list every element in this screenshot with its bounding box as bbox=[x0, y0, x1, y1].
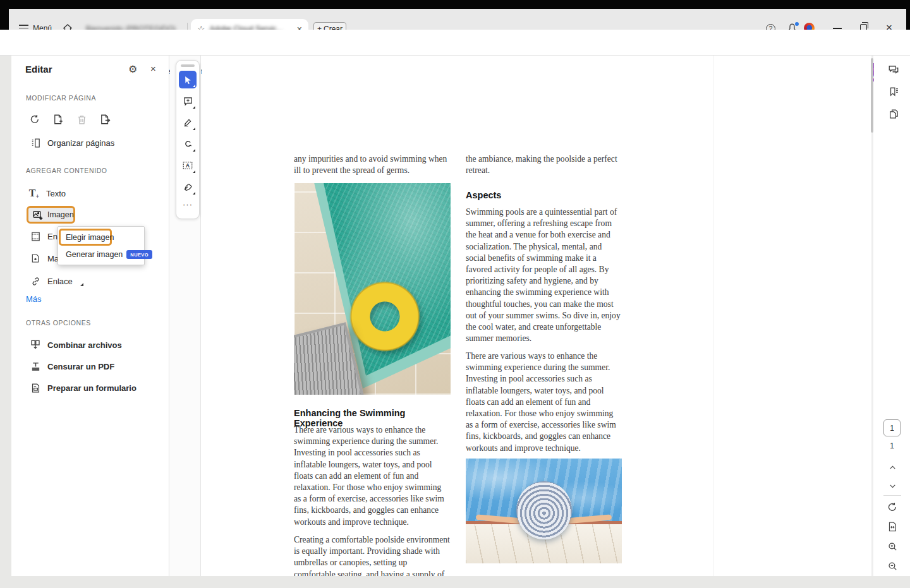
prepare-form-icon bbox=[30, 382, 41, 393]
select-tool-flyout bbox=[193, 85, 195, 87]
more-link[interactable]: Más bbox=[26, 294, 42, 304]
text-box-tool-flyout bbox=[193, 171, 195, 173]
section-other-options: OTRAS OPCIONES bbox=[26, 319, 91, 327]
draw-tool[interactable] bbox=[179, 135, 197, 153]
add-image-label: Imagen bbox=[47, 210, 74, 219]
rotate-view-icon[interactable] bbox=[885, 500, 900, 515]
window-frame-top bbox=[0, 0, 910, 9]
page-number-input[interactable]: 1 bbox=[883, 419, 901, 436]
combine-files-item[interactable]: Combinar archivos bbox=[30, 339, 122, 351]
section-add-content: AGREGAR CONTENIDO bbox=[26, 167, 107, 174]
quick-tools-palette: A ··· bbox=[176, 60, 200, 219]
image-context-menu: Elegir imagen Generar imagen NUEVO bbox=[58, 226, 145, 265]
yellow-float-ring bbox=[349, 281, 420, 352]
organize-pages-item[interactable]: Organizar páginas bbox=[30, 137, 114, 148]
doc-right-intro: the ambiance, making the poolside a perf… bbox=[466, 153, 622, 176]
acrobat-window: Menú Bienvenido (PROTEGIDO) ☆ Adobe Clou… bbox=[0, 0, 910, 588]
highlight-tool[interactable] bbox=[179, 114, 197, 131]
section-modify-page: MODIFICAR PÁGINA bbox=[26, 94, 96, 102]
insert-page-icon[interactable] bbox=[52, 113, 64, 126]
svg-text:A: A bbox=[186, 163, 190, 169]
combine-files-label: Combinar archivos bbox=[47, 340, 122, 350]
add-text-label: Texto bbox=[46, 189, 66, 198]
prepare-form-item[interactable]: Preparar un formulario bbox=[30, 382, 136, 393]
new-badge: NUEVO bbox=[126, 250, 152, 259]
add-text-icon: T+ bbox=[28, 188, 40, 199]
redact-pdf-icon bbox=[30, 361, 41, 372]
doc-left-para2: Creating a comfortable poolside environm… bbox=[294, 534, 451, 576]
previous-page-chevron[interactable] bbox=[885, 460, 900, 475]
page-total: 1 bbox=[883, 441, 901, 450]
draw-tool-flyout bbox=[193, 149, 195, 152]
doc-left-para1: There are various ways to enhance the sw… bbox=[294, 424, 451, 528]
fill-sign-tool-flyout bbox=[193, 192, 195, 195]
link-icon bbox=[30, 275, 41, 287]
highlight-tool-flyout bbox=[193, 128, 195, 130]
text-box-tool[interactable]: A bbox=[179, 157, 197, 174]
zoom-out-icon[interactable] bbox=[885, 558, 900, 573]
generate-image-option[interactable]: Generar imagen NUEVO bbox=[66, 250, 152, 259]
nav-divider bbox=[883, 495, 901, 496]
organize-pages-label: Organizar páginas bbox=[47, 138, 114, 148]
prepare-form-label: Preparar un formulario bbox=[47, 383, 136, 393]
palette-drag-handle[interactable] bbox=[181, 64, 195, 67]
bottom-margin bbox=[0, 576, 910, 588]
add-image-icon bbox=[32, 209, 43, 220]
doc-right-para2: There are various ways to enhance the sw… bbox=[466, 351, 622, 454]
choose-image-option[interactable]: Elegir imagen bbox=[59, 229, 112, 246]
doc-left-intro: any impurities and to avoid swimming whe… bbox=[294, 153, 451, 176]
header-footer-item[interactable]: Enc bbox=[30, 231, 61, 242]
redact-pdf-label: Censurar un PDF bbox=[47, 362, 114, 371]
link-item[interactable]: Enlace bbox=[30, 275, 82, 287]
pool-relax-photo bbox=[466, 459, 622, 563]
bookmarks-panel-icon[interactable] bbox=[887, 85, 900, 98]
redact-pdf-item[interactable]: Censurar un PDF bbox=[30, 361, 114, 372]
header-footer-icon bbox=[30, 231, 41, 242]
zoom-in-icon[interactable] bbox=[885, 539, 900, 554]
right-rail bbox=[874, 56, 910, 576]
toolbar: Todas las herramientas Editar Convertir … bbox=[0, 30, 910, 56]
notification-dot bbox=[795, 22, 799, 26]
document-scrollbar-thumb[interactable] bbox=[871, 58, 873, 133]
fit-page-icon[interactable] bbox=[885, 519, 900, 534]
fill-sign-tool[interactable] bbox=[179, 178, 197, 196]
comment-tool-flyout bbox=[193, 106, 195, 109]
extract-page-icon[interactable] bbox=[99, 113, 111, 126]
watermark-icon bbox=[30, 253, 41, 264]
rotate-page-icon[interactable] bbox=[28, 113, 41, 126]
organize-pages-icon bbox=[30, 137, 41, 148]
window-minimize-button[interactable] bbox=[833, 28, 842, 29]
left-margin bbox=[0, 56, 11, 588]
add-text-item[interactable]: T+ Texto bbox=[28, 188, 66, 199]
select-tool[interactable] bbox=[179, 71, 197, 88]
pool-ring-photo bbox=[294, 183, 451, 395]
tab-strip: Menú Bienvenido (PROTEGIDO) ☆ Adobe Clou… bbox=[0, 9, 910, 30]
doc-right-heading: Aspects bbox=[466, 190, 622, 200]
page-thumbnails-icon[interactable] bbox=[887, 107, 900, 120]
comment-tool[interactable] bbox=[179, 92, 197, 110]
panel-close-icon[interactable]: × bbox=[150, 63, 156, 74]
generate-image-label: Generar imagen bbox=[66, 250, 123, 259]
more-tools-button[interactable]: ··· bbox=[183, 200, 193, 209]
page-right-border bbox=[713, 56, 713, 576]
next-page-chevron[interactable] bbox=[885, 478, 900, 493]
delete-page-icon bbox=[75, 113, 88, 126]
combine-files-icon bbox=[30, 339, 41, 351]
comments-panel-icon[interactable] bbox=[887, 63, 900, 76]
link-flyout-indicator bbox=[80, 283, 83, 286]
link-label: Enlace bbox=[47, 277, 73, 286]
add-image-item[interactable]: Imagen bbox=[27, 206, 75, 224]
gear-icon[interactable]: ⚙ bbox=[128, 63, 137, 75]
striped-sun-hat bbox=[516, 481, 572, 539]
panel-title: Editar bbox=[25, 64, 52, 75]
document-scrollbar-track[interactable] bbox=[871, 56, 873, 576]
edit-panel bbox=[11, 56, 169, 576]
doc-right-para1: Swimming pools are a quintessential part… bbox=[466, 207, 622, 344]
watermark-item[interactable]: Mar bbox=[30, 253, 61, 264]
